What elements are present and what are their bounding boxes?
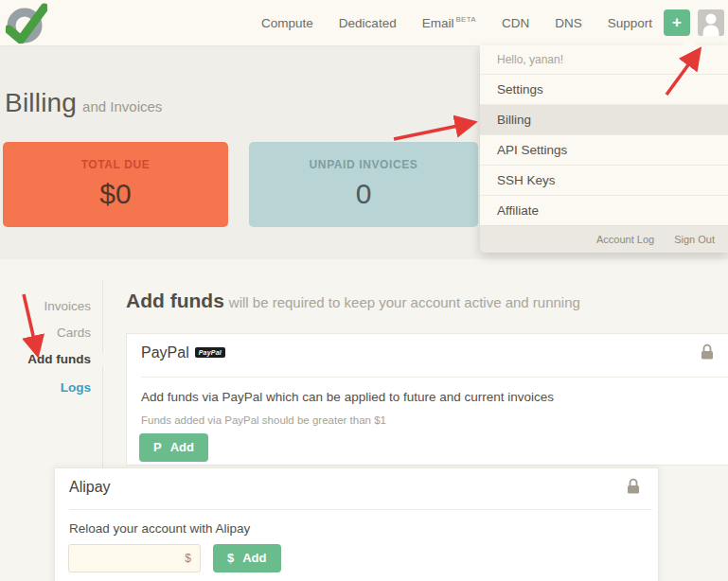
nav-item-email[interactable]: EmailBETA — [422, 15, 476, 30]
sidebar-item-invoices[interactable]: Invoices — [0, 299, 91, 313]
user-icon — [698, 9, 724, 36]
sign-out-link[interactable]: Sign Out — [674, 234, 715, 245]
nav-item-support[interactable]: Support — [608, 16, 652, 30]
alipay-add-label: Add — [242, 551, 266, 565]
lock-icon — [701, 343, 714, 360]
alipay-add-button[interactable]: $Add — [213, 544, 281, 572]
add-funds-heading-note: will be required to keep your account ac… — [229, 294, 580, 310]
total-due-value: $0 — [3, 178, 228, 210]
divider — [69, 509, 652, 510]
alipay-title: Alipay — [69, 479, 111, 496]
total-due-label: TOTAL DUE — [3, 158, 228, 171]
nav-links: Compute Dedicated EmailBETA CDN DNS Supp… — [261, 0, 652, 45]
paypal-add-label: Add — [170, 440, 194, 454]
unpaid-invoices-label: UNPAID INVOICES — [249, 158, 478, 171]
account-log-link[interactable]: Account Log — [596, 234, 654, 245]
dollar-icon: $ — [227, 551, 234, 565]
divider — [141, 377, 728, 378]
page-title: Billingand Invoices — [5, 88, 162, 118]
add-funds-heading: Add fundswill be required to keep your a… — [126, 290, 580, 312]
deploy-plus-button[interactable]: + — [664, 9, 690, 36]
sidebar-item-cards[interactable]: Cards — [0, 326, 91, 340]
total-due-card: TOTAL DUE $0 — [3, 142, 228, 227]
lock-icon — [627, 478, 640, 494]
sidebar-item-logs[interactable]: Logs — [0, 380, 91, 395]
alipay-amount-field: $ — [68, 544, 201, 572]
top-nav: Compute Dedicated EmailBETA CDN DNS Supp… — [0, 0, 728, 46]
menu-item-settings[interactable]: Settings — [480, 74, 728, 104]
menu-item-billing[interactable]: Billing — [480, 104, 728, 134]
unpaid-invoices-value: 0 — [249, 178, 478, 210]
paypal-panel: PayPalPayPal Add funds via PayPal which … — [126, 333, 728, 466]
unpaid-invoices-card: UNPAID INVOICES 0 — [249, 142, 478, 227]
account-dropdown: Hello, yanan! Settings Billing API Setti… — [480, 45, 728, 253]
account-avatar[interactable] — [698, 9, 724, 36]
sidebar-active-notch — [95, 352, 103, 367]
beta-badge: BETA — [455, 15, 476, 24]
page-title-main: Billing — [5, 88, 77, 117]
menu-item-ssh-keys[interactable]: SSH Keys — [480, 165, 728, 195]
site-logo[interactable] — [6, 2, 47, 44]
logo-icon — [6, 2, 47, 44]
paypal-title-text: PayPal — [141, 344, 189, 361]
paypal-note: Funds added via PayPal should be greater… — [141, 414, 386, 426]
menu-item-api-settings[interactable]: API Settings — [480, 134, 728, 165]
alipay-description: Reload your account with Alipay — [69, 521, 250, 536]
paypal-add-button[interactable]: PAdd — [139, 433, 208, 462]
dropdown-caret — [682, 38, 697, 45]
paypal-title: PayPalPayPal — [141, 344, 225, 361]
paypal-badge: PayPal — [195, 347, 225, 358]
sidebar-item-add-funds[interactable]: Add funds — [0, 352, 91, 366]
nav-item-compute[interactable]: Compute — [261, 16, 313, 30]
paypal-p-icon: P — [153, 440, 162, 454]
alipay-panel: Alipay Reload your account with Alipay $… — [54, 467, 659, 581]
nav-item-dns[interactable]: DNS — [555, 16, 582, 30]
dropdown-greeting: Hello, yanan! — [480, 45, 728, 74]
alipay-amount-input[interactable] — [75, 545, 183, 573]
nav-item-email-label: Email — [422, 16, 454, 30]
nav-item-cdn[interactable]: CDN — [502, 16, 529, 30]
add-funds-heading-main: Add funds — [126, 290, 224, 311]
dropdown-footer: Account Log Sign Out — [480, 225, 728, 253]
menu-item-affiliate[interactable]: Affiliate — [480, 195, 728, 225]
page-title-sub: and Invoices — [82, 98, 162, 114]
dollar-suffix: $ — [185, 552, 191, 565]
nav-item-dedicated[interactable]: Dedicated — [339, 16, 397, 30]
paypal-description: Add funds via PayPal which can be applie… — [141, 390, 554, 404]
